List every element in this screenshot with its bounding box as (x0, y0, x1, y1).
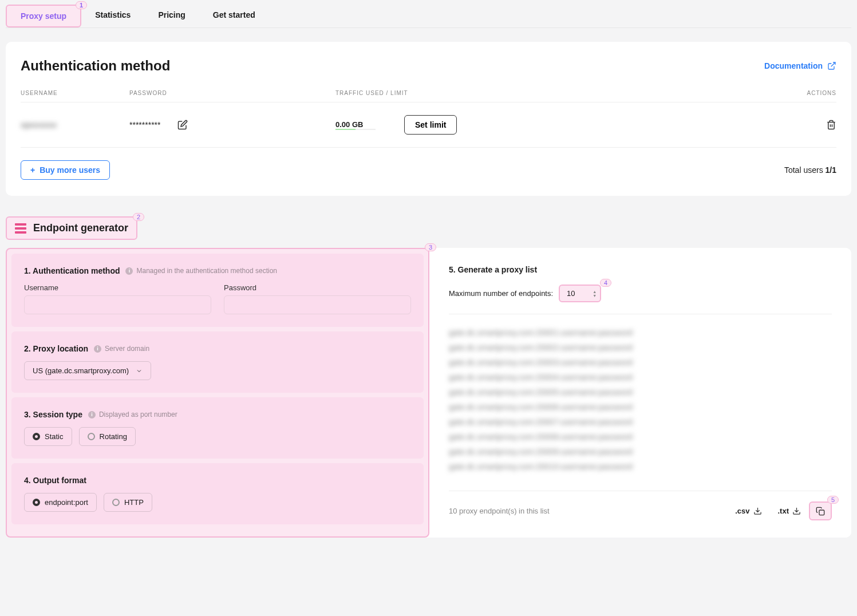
step1-hint: i Managed in the authentication method s… (125, 267, 277, 275)
max-endpoints-label: Maximum number of endpoints: (449, 289, 553, 298)
tab-pricing[interactable]: Pricing (144, 5, 199, 27)
proxy-line: gate.dc.smartproxy.com:20001:username:pa… (449, 328, 832, 337)
radio-dot-icon (112, 499, 120, 506)
buy-more-label: Buy more users (40, 165, 100, 175)
password-input[interactable] (224, 295, 411, 314)
col-password: PASSWORD (129, 90, 335, 96)
list-icon (15, 223, 26, 234)
proxy-count: 10 proxy endpoint(s) in this list (449, 507, 727, 515)
traffic-bar (335, 129, 376, 130)
proxy-line: gate.dc.smartproxy.com:20007:username:pa… (449, 417, 832, 427)
radio-dot-icon (33, 433, 40, 440)
col-actions: ACTIONS (725, 90, 836, 96)
proxy-line: gate.dc.smartproxy.com:20004:username:pa… (449, 373, 832, 382)
tab-get-started[interactable]: Get started (199, 5, 269, 27)
auth-card: Authentication method Documentation USER… (6, 42, 851, 196)
generator-left-panel: 3 1. Authentication method i Managed in … (6, 248, 429, 538)
download-icon (753, 507, 762, 515)
chevron-down-icon (136, 368, 143, 374)
username-value: xpxxxxxx (21, 120, 57, 129)
set-limit-button[interactable]: Set limit (404, 115, 457, 135)
endpoint-generator-heading: Endpoint generator 2 (6, 216, 137, 240)
step5-title: 5. Generate a proxy list (449, 265, 832, 274)
info-icon: i (94, 345, 101, 353)
proxy-line: gate.dc.smartproxy.com:20008:username:pa… (449, 432, 832, 441)
badge-3: 3 (425, 243, 436, 251)
max-endpoints-input[interactable]: 10 ▲▼ (559, 285, 601, 302)
password-value: ********** (129, 120, 160, 129)
traffic-value: 0.00 GB (335, 120, 376, 129)
proxy-line: gate.dc.smartproxy.com:20005:username:pa… (449, 388, 832, 397)
info-icon: i (88, 411, 96, 418)
user-row: xpxxxxxx ********** 0.00 GB Set limit (21, 102, 836, 148)
step-3-session: 3. Session type i Displayed as port numb… (11, 397, 424, 459)
table-header: USERNAME PASSWORD TRAFFIC USED / LIMIT A… (21, 90, 836, 102)
step-4-output: 4. Output format endpoint:port HTTP (11, 463, 424, 524)
step2-hint: i Server domain (94, 345, 149, 353)
export-csv-button[interactable]: .csv (727, 503, 769, 519)
documentation-link[interactable]: Documentation (764, 61, 836, 70)
buy-more-users-button[interactable]: + Buy more users (21, 160, 110, 180)
svg-line-0 (831, 62, 835, 66)
step-1-auth: 1. Authentication method i Managed in th… (11, 254, 424, 327)
proxy-line: gate.dc.smartproxy.com:20006:username:pa… (449, 402, 832, 412)
copy-list-button[interactable]: 5 (809, 502, 832, 520)
step1-title: 1. Authentication method (24, 266, 120, 275)
username-label: Username (24, 283, 211, 292)
tab-label: Proxy setup (21, 11, 66, 21)
total-users: Total users 1/1 (784, 165, 836, 175)
doc-link-label: Documentation (764, 61, 823, 70)
col-traffic: TRAFFIC USED / LIMIT (335, 90, 725, 96)
copy-icon (816, 507, 825, 516)
step4-title: 4. Output format (24, 476, 86, 485)
auth-title: Authentication method (21, 58, 170, 74)
generator-grid: 3 1. Authentication method i Managed in … (6, 248, 851, 538)
step-2-location: 2. Proxy location i Server domain US (ga… (11, 331, 424, 393)
external-link-icon (827, 61, 836, 70)
proxy-location-select[interactable]: US (gate.dc.smartproxy.com) (24, 361, 151, 380)
plus-icon: + (30, 165, 35, 175)
svg-rect-5 (819, 510, 824, 515)
info-icon: i (125, 267, 133, 275)
col-username: USERNAME (21, 90, 129, 96)
tab-proxy-setup[interactable]: Proxy setup 1 (6, 5, 81, 27)
session-static-radio[interactable]: Static (24, 427, 72, 446)
tab-statistics[interactable]: Statistics (81, 5, 144, 27)
stepper-icon: ▲▼ (593, 290, 597, 298)
username-input[interactable] (24, 295, 211, 314)
badge-2: 2 (133, 213, 144, 221)
step3-hint: i Displayed as port number (88, 410, 177, 418)
proxy-line: gate.dc.smartproxy.com:20003:username:pa… (449, 358, 832, 367)
session-rotating-radio[interactable]: Rotating (79, 427, 136, 446)
proxy-line: gate.dc.smartproxy.com:20002:username:pa… (449, 343, 832, 352)
output-endpoint-radio[interactable]: endpoint:port (24, 493, 97, 512)
generator-right-panel: 5. Generate a proxy list Maximum number … (429, 248, 851, 538)
radio-dot-icon (33, 499, 40, 506)
proxy-list: gate.dc.smartproxy.com:20001:username:pa… (449, 314, 832, 491)
export-txt-button[interactable]: .txt (770, 503, 809, 519)
step3-title: 3. Session type (24, 410, 82, 419)
output-http-radio[interactable]: HTTP (104, 493, 152, 512)
password-label: Password (224, 283, 411, 292)
step2-title: 2. Proxy location (24, 344, 88, 353)
trash-icon (826, 120, 836, 130)
tabs: Proxy setup 1 Statistics Pricing Get sta… (6, 5, 851, 28)
proxy-line: gate.dc.smartproxy.com:20010:username:pa… (449, 462, 832, 471)
badge-4: 4 (600, 279, 611, 287)
eg-title: Endpoint generator (33, 222, 128, 234)
radio-dot-icon (88, 433, 95, 440)
location-value: US (gate.dc.smartproxy.com) (33, 366, 129, 375)
edit-icon[interactable] (177, 120, 188, 130)
badge-5: 5 (827, 496, 839, 504)
download-icon (792, 507, 801, 515)
proxy-line: gate.dc.smartproxy.com:20009:username:pa… (449, 447, 832, 456)
delete-user-button[interactable] (725, 120, 836, 130)
